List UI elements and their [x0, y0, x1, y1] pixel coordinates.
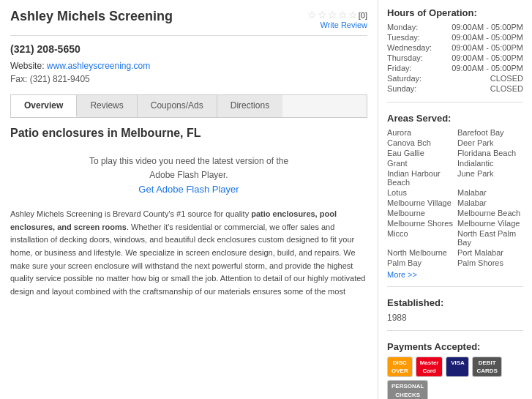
area-item: Melbourne Shores [387, 219, 453, 228]
payment-checks-icon: PERSONALCHECKS [387, 380, 428, 399]
areas-title: Areas Served: [387, 113, 523, 124]
areas-grid: Aurora Barefoot Bay Canova Bch Deer Park… [387, 128, 523, 267]
area-item: Melbourne Village [387, 198, 453, 207]
payment-icons: DISCOVER MasterCard VISA DEBITCARDS PERS… [387, 357, 523, 399]
hours-row: Thursday:09:00AM - 05:00PM [387, 53, 523, 62]
payments-section: Payments Accepted: DISCOVER MasterCard V… [387, 341, 523, 399]
area-item: Barefoot Bay [457, 128, 523, 137]
area-item: Melbourne [387, 209, 453, 217]
area-item: Palm Shores [457, 258, 523, 267]
hours-title: Hours of Operation: [387, 7, 523, 18]
tab-directions[interactable]: Directions [217, 95, 282, 117]
hours-row: Monday:09:00AM - 05:00PM [387, 23, 523, 31]
area-item: Lotus [387, 188, 453, 197]
areas-section: Areas Served: Aurora Barefoot Bay Canova… [387, 113, 523, 287]
business-description: Ashley Michels Screening is Brevard Coun… [10, 208, 367, 298]
tabs-bar: Overview Reviews Coupons/Ads Directions [10, 94, 367, 118]
area-item: Canova Bch [387, 138, 453, 147]
area-item: Indialantic [457, 159, 523, 168]
established-section: Established: 1988 [387, 297, 523, 331]
flash-player-link[interactable]: Get Adobe Flash Player [138, 184, 239, 195]
hours-row: Sunday:CLOSED [387, 84, 523, 93]
flash-notice: To play this video you need the latest v… [10, 154, 367, 198]
area-item: June Park [457, 169, 523, 187]
hours-row: Tuesday:09:00AM - 05:00PM [387, 33, 523, 42]
area-item: Eau Gallie [387, 149, 453, 157]
business-header: Ashley Michels Screening ☆☆☆☆☆[0] Write … [10, 9, 367, 36]
area-item: Deer Park [457, 138, 523, 147]
hours-row: Saturday:CLOSED [387, 74, 523, 83]
payment-discover-icon: DISCOVER [387, 357, 413, 377]
area-item: North East Palm Bay [457, 229, 523, 247]
area-item: Port Malabar [457, 248, 523, 257]
hours-section: Hours of Operation: Monday:09:00AM - 05:… [387, 7, 523, 102]
website-line: Website: www.ashleyscreening.com [10, 61, 367, 71]
sidebar: Hours of Operation: Monday:09:00AM - 05:… [378, 0, 532, 399]
area-item: Melbourne Beach [457, 209, 523, 217]
phone-number: (321) 208-5650 [10, 43, 367, 55]
page-wrapper: Ashley Michels Screening ☆☆☆☆☆[0] Write … [0, 0, 532, 399]
established-title: Established: [387, 297, 523, 308]
rating-section: ☆☆☆☆☆[0] Write Review [307, 9, 367, 29]
area-item: Melbourne Vilage [457, 219, 523, 228]
more-areas-link[interactable]: More >> [387, 270, 523, 279]
fax-line: Fax: (321) 821-9405 [10, 74, 367, 84]
payment-mastercard-icon: MasterCard [416, 357, 443, 377]
rating-count: [0] [359, 11, 367, 20]
payment-debit-icon: DEBITCARDS [472, 357, 501, 377]
tab-coupons[interactable]: Coupons/Ads [138, 95, 217, 117]
stars-icon: ☆☆☆☆☆ [307, 9, 359, 20]
area-item: Indian Harbour Beach [387, 169, 453, 187]
area-item: Malabar [457, 198, 523, 207]
payment-visa-icon: VISA [446, 357, 469, 377]
area-item: Malabar [457, 188, 523, 197]
area-item: Grant [387, 159, 453, 168]
hours-row: Wednesday:09:00AM - 05:00PM [387, 43, 523, 52]
payments-title: Payments Accepted: [387, 341, 523, 352]
business-title: Ashley Michels Screening [10, 9, 173, 24]
area-item: Aurora [387, 128, 453, 137]
established-year: 1988 [387, 313, 523, 323]
page-title: Patio enclosures in Melbourne, FL [10, 127, 367, 140]
hours-row: Friday:09:00AM - 05:00PM [387, 64, 523, 72]
main-content: Ashley Michels Screening ☆☆☆☆☆[0] Write … [0, 0, 378, 399]
hours-table: Monday:09:00AM - 05:00PM Tuesday:09:00AM… [387, 23, 523, 93]
area-item: Floridana Beach [457, 149, 523, 157]
area-item: Palm Bay [387, 258, 453, 267]
tab-overview[interactable]: Overview [11, 95, 77, 117]
write-review-link[interactable]: Write Review [307, 20, 367, 29]
area-item: Micco [387, 229, 453, 247]
tab-reviews[interactable]: Reviews [77, 95, 137, 117]
area-item: North Melbourne [387, 248, 453, 257]
website-link[interactable]: www.ashleyscreening.com [47, 61, 150, 71]
